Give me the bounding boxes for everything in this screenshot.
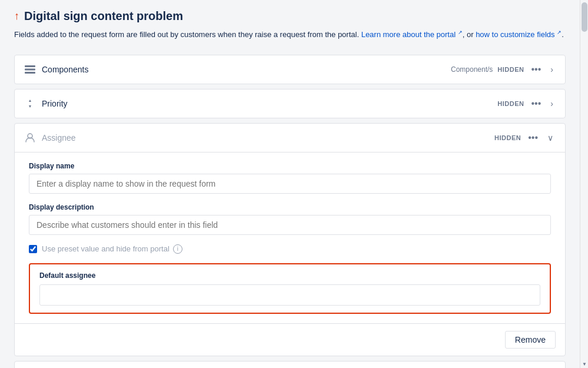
assignee-expanded-content: Display name Display description Use pre… xyxy=(15,152,565,323)
page-main: ↑ Digital sign content problem Fields ad… xyxy=(0,0,580,368)
description-text: Fields added to the request form are fil… xyxy=(14,29,566,41)
forms-section: Forms Attach an existing form to this re… xyxy=(14,361,566,368)
components-meta-label: Component/s xyxy=(451,65,493,74)
svg-rect-2 xyxy=(25,72,35,74)
scroll-down-arrow[interactable]: ▼ xyxy=(580,360,588,368)
preset-info-icon[interactable]: i xyxy=(173,244,182,254)
assignee-field-meta: HIDDEN ••• ∨ xyxy=(494,131,556,144)
assignee-field-row: Assignee HIDDEN ••• ∨ Display name xyxy=(14,123,566,356)
assignee-collapse-button[interactable]: ∨ xyxy=(545,132,556,144)
default-assignee-label: Default assignee xyxy=(39,271,540,280)
right-scrollbar: ▲ ▼ xyxy=(580,0,588,368)
components-field-row: Components Component/s HIDDEN ••• › xyxy=(14,55,566,84)
assignee-field-header: Assignee HIDDEN ••• ∨ xyxy=(15,124,565,152)
display-name-label: Display name xyxy=(29,162,551,170)
components-field-meta: Component/s HIDDEN ••• › xyxy=(451,63,556,76)
remove-button[interactable]: Remove xyxy=(505,331,556,349)
display-name-input[interactable] xyxy=(29,174,551,194)
priority-expand-button[interactable]: › xyxy=(548,98,556,110)
assignee-field-name: Assignee xyxy=(42,133,494,142)
display-name-group: Display name xyxy=(29,162,551,194)
svg-rect-1 xyxy=(25,68,35,70)
svg-rect-0 xyxy=(25,65,35,67)
display-description-group: Display description xyxy=(29,203,551,235)
top-section: ↑ Digital sign content problem Fields ad… xyxy=(0,0,580,55)
forms-header: Forms Attach an existing form to this re… xyxy=(15,362,565,368)
preset-checkbox[interactable] xyxy=(29,245,37,253)
display-description-input[interactable] xyxy=(29,215,551,235)
priority-field-meta: HIDDEN ••• › xyxy=(497,97,556,110)
assignee-more-button[interactable]: ••• xyxy=(526,131,540,144)
components-more-button[interactable]: ••• xyxy=(529,63,544,76)
preset-label: Use preset value and hide from portal i xyxy=(42,244,182,254)
scrollbar-thumb[interactable] xyxy=(582,2,587,32)
remove-row: Remove xyxy=(15,323,565,356)
priority-field-row: Priority HIDDEN ••• › xyxy=(14,89,566,118)
page-title-icon: ↑ xyxy=(14,10,19,22)
component-icon xyxy=(24,64,36,75)
components-expand-button[interactable]: › xyxy=(548,64,556,75)
customize-fields-link[interactable]: how to customize fields ↗ xyxy=(476,30,562,39)
default-assignee-input[interactable] xyxy=(39,284,540,306)
priority-field-name: Priority xyxy=(42,99,497,108)
learn-more-link[interactable]: Learn more about the portal ↗ xyxy=(361,30,463,39)
page-title: ↑ Digital sign content problem xyxy=(14,9,566,23)
assignee-icon xyxy=(24,132,36,144)
priority-hidden-badge: HIDDEN xyxy=(497,100,524,107)
page-wrapper: ↑ Digital sign content problem Fields ad… xyxy=(0,0,588,368)
assignee-hidden-badge: HIDDEN xyxy=(494,134,521,141)
components-field-name: Components xyxy=(42,65,451,74)
main-content: Components Component/s HIDDEN ••• › xyxy=(0,55,580,368)
default-assignee-section: Default assignee xyxy=(29,263,551,314)
priority-field-header: Priority HIDDEN ••• › xyxy=(15,89,565,118)
components-hidden-badge: HIDDEN xyxy=(497,66,524,73)
priority-icon xyxy=(24,98,36,110)
components-field-header: Components Component/s HIDDEN ••• › xyxy=(15,55,565,84)
display-description-label: Display description xyxy=(29,203,551,211)
priority-more-button[interactable]: ••• xyxy=(529,97,544,110)
preset-checkbox-row: Use preset value and hide from portal i xyxy=(29,244,551,254)
page-title-text: Digital sign content problem xyxy=(24,9,183,23)
